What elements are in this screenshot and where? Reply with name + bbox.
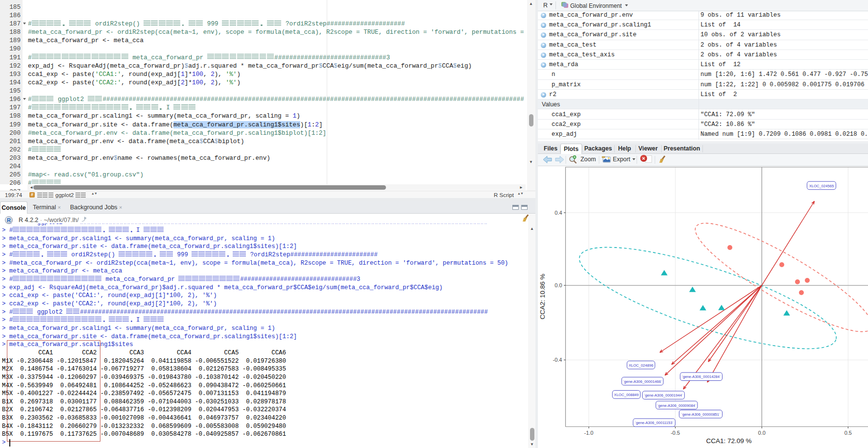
svg-text:-1.0: -1.0 [584, 430, 594, 436]
svg-text:XLOC_008849: XLOC_008849 [614, 393, 639, 397]
svg-text:CCA2: 10.86 %: CCA2: 10.86 % [539, 274, 546, 319]
svg-text:`gene-A306_00014284`: `gene-A306_00014284` [681, 374, 721, 379]
svg-text:0.0: 0.0 [758, 430, 766, 436]
svg-text:`gene-A306_00000851`: `gene-A306_00000851` [681, 412, 720, 417]
svg-text:-0.5: -0.5 [671, 430, 680, 436]
svg-text:0.5: 0.5 [844, 430, 852, 436]
svg-text:0.0: 0.0 [555, 282, 562, 288]
svg-text:0.4: 0.4 [555, 210, 562, 216]
svg-text:CCA1: 72.09 %: CCA1: 72.09 % [706, 437, 751, 445]
svg-text:`gene-A306_00009084`: `gene-A306_00009084` [657, 403, 696, 408]
svg-text:`gene-A306_00011153`: `gene-A306_00011153` [635, 421, 674, 425]
svg-text:XLOC_024565: XLOC_024565 [809, 184, 834, 188]
svg-text:`gene-A306_00001466`: `gene-A306_00001466` [623, 379, 662, 384]
svg-text:XLOC_024896: XLOC_024896 [628, 363, 653, 368]
svg-text:-0.4: -0.4 [553, 357, 562, 363]
svg-text:`gene-A306_00001944`: `gene-A306_00001944` [644, 393, 683, 398]
